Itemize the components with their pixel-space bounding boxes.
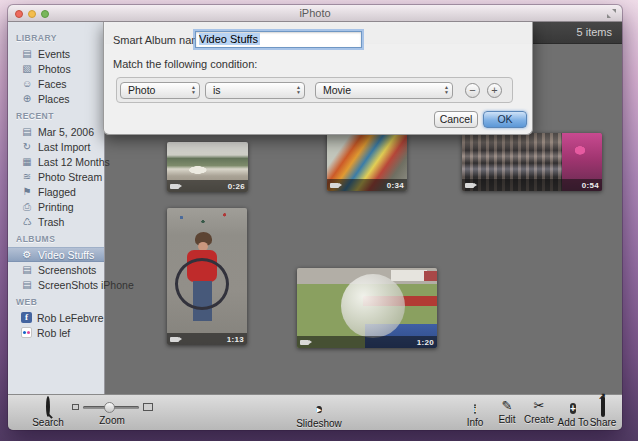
popup-arrows-icon: ▲▼ <box>444 85 449 95</box>
titlebar[interactable]: iPhoto <box>8 5 622 22</box>
album-icon: ▤ <box>21 279 33 291</box>
video-duration: 0:34 <box>387 181 404 190</box>
tool-label: Info <box>457 417 493 428</box>
desktop-background: iPhoto LIBRARY ▤ Events ▧ Photos ☺ Faces… <box>0 0 638 441</box>
last-import-icon: ↻ <box>21 141 33 153</box>
sidebar-item-screenshots[interactable]: ▤ Screenshots <box>8 262 104 277</box>
info-button[interactable]: i Info <box>457 398 493 428</box>
sidebar-item-places[interactable]: ⊕ Places <box>8 91 104 106</box>
sidebar-item-label: Mar 5, 2006 <box>38 126 94 138</box>
search-button[interactable]: Search <box>24 398 72 428</box>
sidebar-item-video-stuffs[interactable]: ⚙ Video Stuffs <box>8 247 104 262</box>
popup-value: is <box>213 84 221 96</box>
sidebar-item-label: Printing <box>38 201 74 213</box>
fullscreen-icon[interactable] <box>607 9 616 18</box>
zoom-in-thumbnail-icon <box>143 403 153 411</box>
zoom-slider-track[interactable] <box>83 406 139 409</box>
cancel-button[interactable]: Cancel <box>434 111 478 128</box>
video-camera-icon <box>170 184 179 189</box>
condition-value-popup[interactable]: Movie ▲▼ <box>315 82 453 99</box>
selected-text: Video Stuffs <box>199 33 260 45</box>
sidebar-item-rob-lefebvre[interactable]: f Rob LeFebvre <box>8 310 104 325</box>
create-button[interactable]: ✂ Create <box>521 398 557 425</box>
sidebar-item-screenshots-iphone[interactable]: ▤ ScreenShots iPhone <box>8 277 104 292</box>
printer-icon: ⎙ <box>21 201 33 213</box>
thumbnail-detail <box>424 271 437 281</box>
flickr-icon <box>21 327 32 338</box>
video-thumbnail[interactable]: 0:54 <box>462 133 602 191</box>
share-button[interactable]: ↗ Share <box>587 398 619 428</box>
craft-tools-icon: ✂ <box>521 398 557 413</box>
calendar-icon: ▦ <box>21 156 33 168</box>
condition-operator-popup[interactable]: is ▲▼ <box>205 82 305 99</box>
video-duration: 1:13 <box>227 335 244 344</box>
tool-label: Add To <box>555 417 591 428</box>
video-thumbnail[interactable]: 0:34 <box>327 133 407 191</box>
duration-strip: 1:13 <box>167 333 247 345</box>
popup-arrows-icon: ▲▼ <box>296 85 301 95</box>
sidebar-item-label: Rob LeFebvre <box>37 312 104 324</box>
photo-stream-icon: ≋ <box>21 171 33 183</box>
video-camera-icon <box>300 340 309 345</box>
sidebar-item-faces[interactable]: ☺ Faces <box>8 76 104 91</box>
add-condition-button[interactable]: + <box>487 83 502 98</box>
duration-strip: 0:26 <box>167 180 248 192</box>
facebook-icon: f <box>21 312 32 323</box>
remove-condition-button[interactable]: − <box>465 83 480 98</box>
sidebar-item-label: Faces <box>38 78 67 90</box>
zoom-control: Zoom <box>68 398 156 426</box>
popup-value: Photo <box>128 84 155 96</box>
duration-strip: 0:54 <box>462 179 602 191</box>
video-thumbnail[interactable]: 1:13 <box>167 208 247 345</box>
condition-row: Photo ▲▼ is ▲▼ Movie ▲▼ − <box>116 77 513 103</box>
sidebar-item-last-import[interactable]: ↻ Last Import <box>8 139 104 154</box>
album-name-input[interactable]: Video Stuffs <box>195 31 362 48</box>
sidebar-item-photo-stream[interactable]: ≋ Photo Stream <box>8 169 104 184</box>
video-duration: 0:26 <box>228 182 245 191</box>
popup-value: Movie <box>323 84 351 96</box>
video-thumbnail[interactable]: 0:26 <box>167 142 248 192</box>
condition-type-popup[interactable]: Photo ▲▼ <box>120 82 200 99</box>
sidebar-item-rob-lef[interactable]: Rob lef <box>8 325 104 340</box>
video-camera-icon <box>330 183 339 188</box>
play-icon: ▶ <box>316 406 321 413</box>
faces-icon: ☺ <box>21 78 33 90</box>
zoom-out-thumbnail-icon <box>72 404 79 410</box>
sidebar-item-label: Photos <box>38 63 71 75</box>
bottom-toolbar: Search Zoom ▶ Slideshow i Info <box>8 394 622 430</box>
sidebar-item-last-12-months[interactable]: ▦ Last 12 Months <box>8 154 104 169</box>
search-icon <box>46 396 50 417</box>
sidebar-item-label: Places <box>38 93 70 105</box>
video-thumbnail[interactable]: 1:20 <box>297 268 437 348</box>
sidebar-item-flagged[interactable]: ⚑ Flagged <box>8 184 104 199</box>
add-to-button[interactable]: + Add To <box>555 398 591 428</box>
smart-album-dialog: Smart Album name: Video Stuffs Match the… <box>103 22 533 135</box>
minimize-button[interactable] <box>28 10 36 18</box>
sidebar: LIBRARY ▤ Events ▧ Photos ☺ Faces ⊕ Plac… <box>8 22 105 394</box>
sidebar-item-photos[interactable]: ▧ Photos <box>8 61 104 76</box>
slideshow-button[interactable]: ▶ Slideshow <box>290 398 348 429</box>
window-title: iPhoto <box>8 5 622 21</box>
thumbnail-detail <box>175 258 229 310</box>
zoom-slider-knob[interactable] <box>104 402 115 413</box>
close-button[interactable] <box>15 10 23 18</box>
sidebar-item-label: Rob lef <box>37 327 70 339</box>
trash-icon: ♺ <box>21 216 33 228</box>
section-header-library: LIBRARY <box>8 28 104 46</box>
video-camera-icon <box>465 183 474 188</box>
sidebar-item-label: Flagged <box>38 186 76 198</box>
sidebar-item-printing[interactable]: ⎙ Printing <box>8 199 104 214</box>
add-plus-icon: + <box>570 403 576 414</box>
sidebar-item-events[interactable]: ▤ Events <box>8 46 104 61</box>
zoom-window-button[interactable] <box>41 10 49 18</box>
sidebar-item-mar-5-2006[interactable]: ▤ Mar 5, 2006 <box>8 124 104 139</box>
places-icon: ⊕ <box>21 93 33 105</box>
ok-button[interactable]: OK <box>483 111 527 128</box>
edit-button[interactable]: ✎ Edit <box>491 398 523 425</box>
tool-label: Create <box>521 414 557 425</box>
sidebar-item-trash[interactable]: ♺ Trash <box>8 214 104 229</box>
sidebar-item-label: Events <box>38 48 70 60</box>
section-header-albums: ALBUMS <box>8 229 104 247</box>
smart-album-gear-icon: ⚙ <box>21 249 33 261</box>
video-duration: 1:20 <box>417 338 434 347</box>
